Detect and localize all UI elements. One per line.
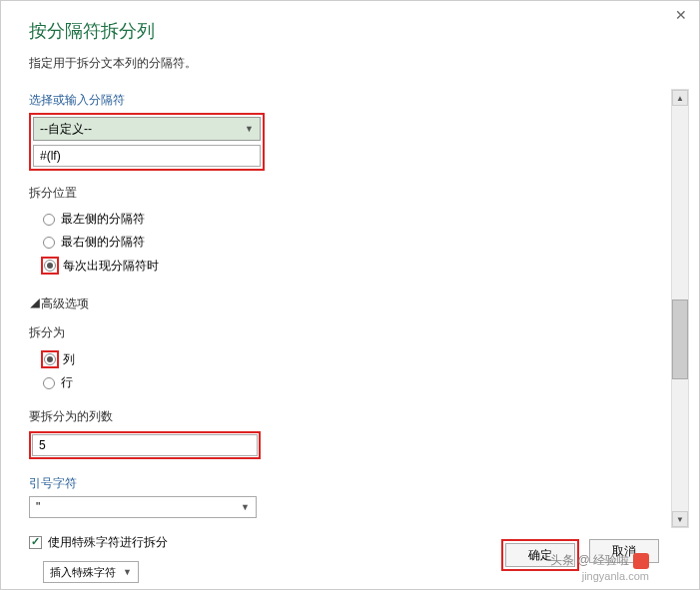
delimiter-label: 选择或输入分隔符 — [29, 92, 671, 109]
radio-rightmost-row[interactable]: 最右侧的分隔符 — [29, 231, 671, 254]
radio-leftmost-row[interactable]: 最左侧的分隔符 — [29, 208, 671, 231]
advanced-label: 高级选项 — [41, 296, 89, 310]
advanced-toggle[interactable]: ◢高级选项 — [29, 296, 89, 310]
chevron-down-icon: ▼ — [241, 502, 250, 512]
custom-delimiter-input[interactable] — [33, 145, 261, 167]
radio-leftmost-label: 最左侧的分隔符 — [61, 211, 145, 228]
delimiter-select[interactable]: --自定义-- ▼ — [33, 117, 261, 141]
radio-each[interactable] — [44, 260, 56, 272]
col-count-highlight — [29, 431, 261, 459]
special-chars-checkbox[interactable] — [29, 536, 42, 549]
dialog-subtitle: 指定用于拆分文本列的分隔符。 — [29, 55, 671, 72]
dialog-title: 按分隔符拆分列 — [29, 19, 671, 43]
radio-column-row[interactable]: 列 — [29, 347, 671, 371]
scroll-down-icon[interactable]: ▼ — [672, 511, 688, 527]
delimiter-highlight: --自定义-- ▼ — [29, 113, 265, 171]
radio-rightmost-label: 最右侧的分隔符 — [61, 234, 145, 251]
footer: 确定 取消 — [501, 539, 659, 571]
content-area: 按分隔符拆分列 指定用于拆分文本列的分隔符。 选择或输入分隔符 --自定义-- … — [1, 1, 699, 590]
radio-column[interactable] — [44, 353, 56, 365]
scrollbar[interactable]: ▲ ▼ — [671, 89, 689, 528]
close-icon[interactable]: ✕ — [673, 7, 689, 23]
radio-rightmost[interactable] — [43, 237, 55, 249]
radio-each-label: 每次出现分隔符时 — [63, 258, 159, 275]
special-chars-label: 使用特殊字符进行拆分 — [48, 534, 168, 551]
advanced-section: ◢高级选项 — [29, 295, 671, 312]
dialog-container: ✕ 按分隔符拆分列 指定用于拆分文本列的分隔符。 选择或输入分隔符 --自定义-… — [0, 0, 700, 590]
split-as-section: 拆分为 列 行 — [29, 324, 671, 394]
collapse-icon: ◢ — [29, 296, 41, 310]
split-as-label: 拆分为 — [29, 324, 671, 341]
radio-row[interactable] — [43, 377, 55, 389]
quote-char-section: 引号字符 " ▼ — [29, 475, 671, 518]
quote-char-label: 引号字符 — [29, 475, 671, 492]
radio-row-label: 行 — [61, 374, 73, 391]
radio-each-row[interactable]: 每次出现分隔符时 — [29, 254, 671, 278]
cancel-button[interactable]: 取消 — [589, 539, 659, 563]
chevron-down-icon: ▼ — [123, 567, 132, 577]
delimiter-section: 选择或输入分隔符 --自定义-- ▼ — [29, 92, 671, 185]
quote-char-select[interactable]: " ▼ — [29, 496, 257, 518]
col-count-label: 要拆分为的列数 — [29, 408, 671, 425]
radio-row-row[interactable]: 行 — [29, 371, 671, 394]
ok-button[interactable]: 确定 — [505, 543, 575, 567]
radio-each-highlight — [41, 257, 59, 275]
chevron-down-icon: ▼ — [245, 124, 254, 134]
quote-char-value: " — [36, 500, 40, 514]
insert-special-select[interactable]: 插入特殊字符 ▼ — [43, 561, 139, 583]
ok-highlight: 确定 — [501, 539, 579, 571]
col-count-section: 要拆分为的列数 — [29, 408, 671, 459]
radio-leftmost[interactable] — [43, 214, 55, 226]
split-position-section: 拆分位置 最左侧的分隔符 最右侧的分隔符 每次出现分隔符时 — [29, 185, 671, 278]
radio-column-highlight — [41, 350, 59, 368]
scroll-thumb[interactable] — [672, 299, 688, 379]
radio-column-label: 列 — [63, 351, 75, 368]
delimiter-selected-value: --自定义-- — [40, 121, 92, 138]
split-position-label: 拆分位置 — [29, 185, 671, 202]
scroll-up-icon[interactable]: ▲ — [672, 90, 688, 106]
insert-special-label: 插入特殊字符 — [50, 565, 116, 580]
col-count-input[interactable] — [32, 434, 258, 456]
